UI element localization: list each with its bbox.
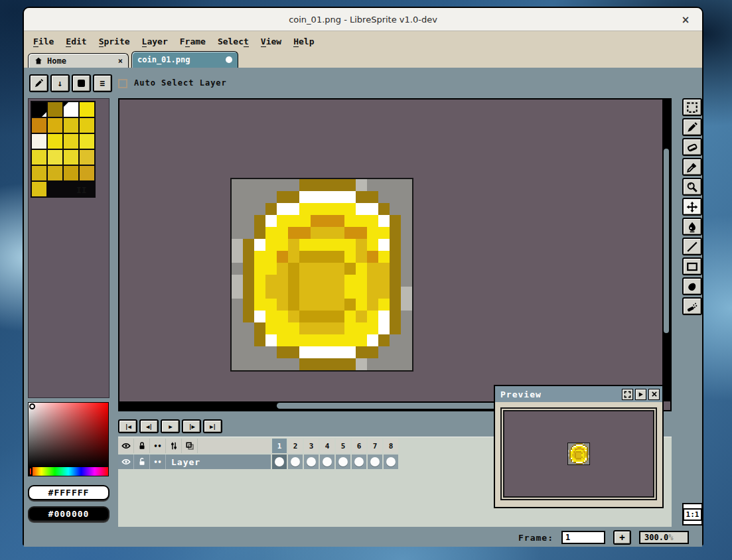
onion-skin-toggle[interactable]: •• [150,439,166,453]
palette-swatch[interactable] [48,166,62,180]
eye-toggle[interactable] [118,439,134,453]
palette-swatch[interactable] [80,166,94,180]
tool-eyedropper[interactable] [682,158,702,176]
palette-swatch[interactable] [80,118,94,133]
center-icon[interactable] [622,389,633,400]
sprite-canvas[interactable] [118,98,672,411]
palette-swatch[interactable] [64,118,78,133]
tool-spray[interactable] [682,297,702,315]
frame-header-4[interactable]: 4 [320,439,334,453]
hue-selector[interactable] [29,467,33,476]
cel-2[interactable] [288,455,303,469]
frame-header-6[interactable]: 6 [352,439,366,453]
tool-paint-drop[interactable] [682,218,702,236]
menu-layer[interactable]: Layer [141,35,169,48]
cel-options-toggle[interactable] [166,439,182,453]
palette-swatch[interactable] [80,134,94,149]
preview-title-bar[interactable]: Preview [495,386,662,402]
background-color-button[interactable]: #000000 [28,506,110,522]
title-bar[interactable]: coin_01.png - LibreSprite v1.0-dev × [24,8,702,31]
menu-select[interactable]: Select [216,35,250,48]
palette-swatch[interactable] [32,166,46,180]
palette-swatch[interactable] [32,118,46,133]
frame-number-input[interactable]: 1 [561,531,605,544]
layer-lock-open-toggle[interactable] [134,455,150,469]
skip-last-button[interactable]: ▶| [203,419,222,433]
menu-frame[interactable]: Frame [179,35,207,48]
layer-name[interactable]: Layer [166,457,200,467]
tool-rect-select[interactable] [682,98,702,116]
preview-play-icon[interactable] [635,389,646,400]
tool-pencil[interactable] [682,118,702,136]
one-to-one-button[interactable]: 1:1 [682,503,703,525]
palette-swatch[interactable] [64,166,78,180]
palette-swatch[interactable] [32,134,46,149]
tool-rectangle[interactable] [682,257,702,275]
cel-5[interactable] [336,455,350,469]
palette-swatch[interactable] [64,102,78,117]
tool-eraser[interactable] [682,138,702,156]
menu-view[interactable]: View [259,35,283,48]
add-frame-button[interactable]: + [613,530,631,545]
skip-first-button[interactable]: |◀ [118,419,137,433]
cel-7[interactable] [368,455,382,469]
palette-swatch[interactable] [48,134,62,149]
tab-home[interactable]: Home × [28,53,129,68]
preview-window[interactable]: Preview [494,385,664,508]
menu-edit[interactable]: Edit [64,35,88,48]
palette-swatch[interactable] [80,150,94,165]
window-close-icon[interactable]: × [678,13,693,27]
menu-button[interactable]: ≡ [93,74,112,92]
sprite-pixels[interactable] [230,178,413,372]
tool-line[interactable] [682,238,702,255]
step-back-button[interactable]: ◀| [139,419,159,433]
vertical-scrollbar[interactable] [662,100,670,401]
layer-onion-skin-toggle[interactable]: •• [150,455,166,469]
palette-swatch[interactable] [64,134,78,149]
frame-header-5[interactable]: 5 [336,439,350,453]
tab-home-close-icon[interactable]: × [118,56,123,66]
frame-header-2[interactable]: 2 [288,439,303,453]
vertical-scrollbar-thumb[interactable] [664,149,669,333]
palette-swatch[interactable] [48,118,62,133]
cel-8[interactable] [384,455,398,469]
layer-eye-toggle[interactable] [118,455,134,469]
layer-row[interactable]: ••Layer [118,455,398,469]
tool-move[interactable] [682,198,702,216]
duplicate-toggle[interactable] [182,439,198,453]
auto-select-layer-checkbox[interactable] [118,79,127,88]
palette-swatch[interactable] [80,102,94,117]
frame-header-3[interactable]: 3 [304,439,319,453]
cel-3[interactable] [304,455,319,469]
frame-header-7[interactable]: 7 [368,439,382,453]
filled-square-button[interactable] [72,74,91,92]
preview-close-icon[interactable] [648,389,660,400]
tool-blur[interactable] [682,277,702,295]
foreground-color-button[interactable]: #FFFFFF [28,485,110,500]
palette-swatch[interactable] [48,102,62,117]
sv-selector[interactable] [29,403,35,409]
pencil-button[interactable] [29,74,48,92]
hue-slider[interactable] [29,467,108,476]
menu-help[interactable]: Help [292,35,315,48]
play-button[interactable]: ▶ [161,419,180,433]
tool-zoom[interactable] [682,178,702,196]
palette-swatch[interactable] [64,150,78,165]
frame-header-8[interactable]: 8 [384,439,398,453]
cel-6[interactable] [352,455,366,469]
menu-sprite[interactable]: Sprite [98,35,131,48]
palette-swatch[interactable] [32,102,46,117]
saturation-value-area[interactable] [29,403,108,467]
tab-coin01[interactable]: coin_01.png [131,51,238,68]
lock-toggle[interactable] [134,439,150,453]
palette-swatch[interactable] [48,150,62,165]
cel-1[interactable] [272,455,287,469]
cel-4[interactable] [320,455,334,469]
step-forward-button[interactable]: |▶ [182,419,201,433]
zoom-level-box[interactable]: 300.0% [639,531,689,544]
palette-swatch[interactable] [32,150,46,165]
arrow-down-button[interactable]: ↓ [50,74,70,92]
frame-header-1[interactable]: 1 [272,439,287,453]
palette-swatch[interactable] [32,182,46,196]
menu-file[interactable]: File [32,35,55,48]
